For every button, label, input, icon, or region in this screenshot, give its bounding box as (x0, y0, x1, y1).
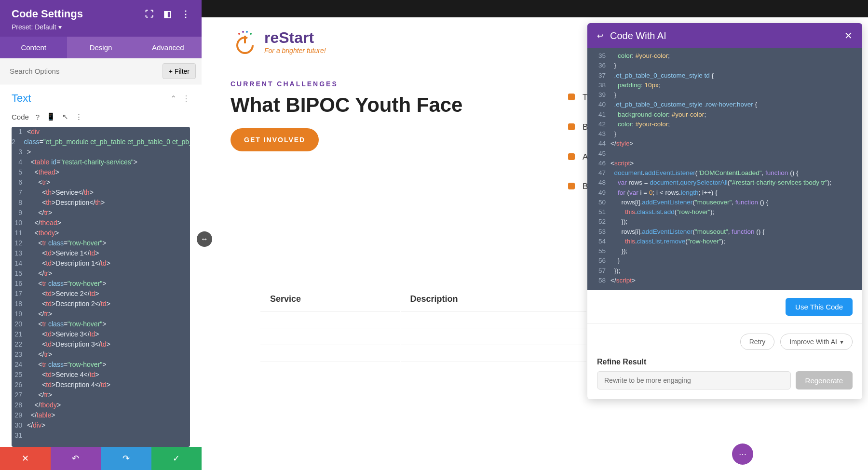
sidebar-header: Code Settings ⛶ ◧ ⋮ Preset: Default ▾ (0, 0, 202, 37)
help-icon[interactable]: ? (36, 113, 40, 121)
text-section-header[interactable]: Text ⌃ ⋮ (0, 84, 202, 108)
chevron-up-icon[interactable]: ⌃ (170, 94, 176, 103)
table-row[interactable] (260, 312, 586, 328)
table-header-description: Description (401, 287, 586, 311)
table-row[interactable] (260, 329, 586, 345)
get-involved-button[interactable]: GET INVOLVED (231, 128, 319, 151)
ai-panel-title: Code With AI (610, 30, 666, 41)
top-bar (202, 0, 868, 17)
mobile-icon[interactable]: 📱 (46, 112, 55, 121)
floating-action-button[interactable]: ⋯ (732, 443, 753, 465)
ai-code-output[interactable]: 35 color: #your-color;36 }37 .et_pb_tabl… (587, 48, 862, 290)
refine-label: Refine Result (587, 358, 862, 371)
logo-text: reStart (264, 29, 326, 47)
undo-button[interactable]: ↶ (51, 447, 101, 470)
table-header-service: Service (260, 287, 400, 311)
sidebar-title: Code Settings (12, 8, 83, 20)
section-title: Text (12, 92, 31, 105)
search-row: + Filter (0, 58, 202, 84)
retry-button[interactable]: Retry (740, 334, 774, 350)
more-icon[interactable]: ⋮ (75, 112, 82, 121)
filter-button[interactable]: + Filter (163, 63, 196, 79)
svg-point-3 (242, 31, 244, 33)
tab-content[interactable]: Content (0, 37, 67, 58)
code-label-row: Code ? 📱 ↖ ⋮ (0, 108, 202, 125)
plus-icon: + (169, 67, 173, 75)
logo-icon (231, 27, 259, 56)
settings-sidebar: Code Settings ⛶ ◧ ⋮ Preset: Default ▾ Co… (0, 0, 202, 470)
columns-icon[interactable]: ◧ (163, 9, 172, 19)
svg-point-5 (250, 33, 252, 35)
save-button[interactable]: ✓ (151, 447, 202, 470)
preview-table: Service Description (259, 286, 587, 363)
cursor-icon[interactable]: ↖ (62, 112, 68, 121)
code-label: Code (12, 113, 29, 121)
close-icon[interactable]: ✕ (844, 30, 853, 41)
bullet-icon (568, 183, 575, 189)
svg-point-2 (238, 33, 240, 35)
table-row[interactable] (260, 346, 586, 362)
ai-panel: ↩ Code With AI ✕ 35 color: #your-color;3… (587, 23, 862, 399)
resize-handle[interactable]: ↔ (197, 231, 212, 247)
svg-point-4 (246, 31, 248, 33)
bullet-icon (568, 153, 575, 160)
tabs: Content Design Advanced (0, 37, 202, 58)
improve-with-ai-button[interactable]: Improve With AI▾ (780, 334, 853, 350)
more-icon[interactable]: ⋮ (181, 9, 190, 19)
cancel-button[interactable]: ✕ (0, 447, 51, 470)
bullet-icon (568, 123, 575, 130)
regenerate-button[interactable]: Regenerate (796, 371, 853, 389)
expand-icon[interactable]: ⛶ (145, 9, 154, 19)
ai-panel-header: ↩ Code With AI ✕ (587, 23, 862, 48)
logo-tagline: For a brighter future! (264, 47, 326, 54)
redo-button[interactable]: ↷ (101, 447, 151, 470)
bullet-icon (568, 94, 575, 100)
more-icon[interactable]: ⋮ (182, 94, 190, 103)
refine-input[interactable] (597, 371, 791, 389)
use-this-code-button[interactable]: Use This Code (786, 298, 853, 316)
back-icon[interactable]: ↩ (597, 31, 603, 40)
logo[interactable]: reStart For a brighter future! (231, 27, 326, 56)
search-input[interactable] (6, 63, 159, 79)
tab-design[interactable]: Design (67, 37, 134, 58)
tab-advanced[interactable]: Advanced (135, 37, 202, 58)
bottom-bar: ✕ ↶ ↷ ✓ (0, 447, 202, 470)
chevron-down-icon: ▾ (58, 23, 62, 31)
preset-dropdown[interactable]: Preset: Default ▾ (12, 23, 190, 31)
chevron-down-icon: ▾ (840, 338, 843, 346)
code-editor[interactable]: 1<div2 class="et_pb_module et_pb_table e… (12, 127, 190, 447)
